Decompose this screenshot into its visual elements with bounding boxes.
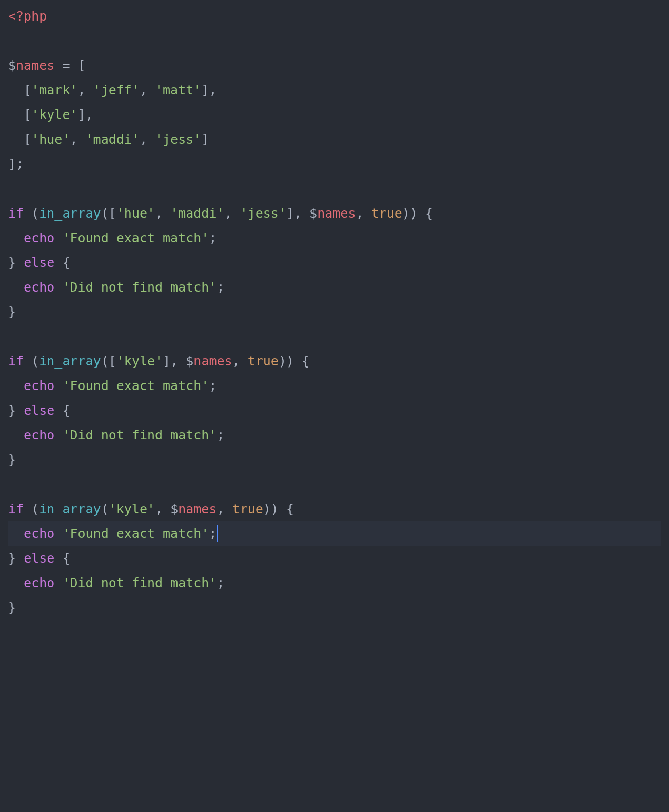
code-line: echo 'Found exact match'; <box>8 374 661 398</box>
string-literal: 'kyle' <box>31 107 77 122</box>
code-editor[interactable]: <?php $names = [ ['mark', 'jeff', 'matt'… <box>8 4 661 620</box>
code-line: echo 'Did not find match'; <box>8 423 661 448</box>
keyword-else: else <box>24 255 54 270</box>
code-line: ]; <box>8 152 661 177</box>
string-literal: 'matt' <box>155 83 201 98</box>
code-line: echo 'Did not find match'; <box>8 571 661 595</box>
keyword-true: true <box>371 206 402 221</box>
code-line: } <box>8 448 661 472</box>
string-literal: 'jeff' <box>93 83 140 98</box>
php-open-tag: <?php <box>8 9 47 24</box>
keyword-if: if <box>8 206 24 221</box>
code-line: } <box>8 595 661 620</box>
string-literal: 'hue' <box>31 132 70 147</box>
code-line-active: echo 'Found exact match'; <box>8 521 661 546</box>
code-line <box>8 29 661 53</box>
string-literal: 'jess' <box>155 132 201 147</box>
code-line: if (in_array(['kyle'], $names, true)) { <box>8 349 661 374</box>
code-line: } else { <box>8 398 661 423</box>
code-line: $names = [ <box>8 53 661 78</box>
code-line <box>8 324 661 349</box>
string-literal: 'mark' <box>31 83 77 98</box>
string-literal: 'Did not find match' <box>62 280 217 295</box>
code-line: if (in_array('kyle', $names, true)) { <box>8 497 661 521</box>
code-line: if (in_array(['hue', 'maddi', 'jess'], $… <box>8 201 661 226</box>
keyword-echo: echo <box>24 230 54 245</box>
code-line: echo 'Did not find match'; <box>8 275 661 300</box>
string-literal: 'Found exact match' <box>62 230 209 245</box>
code-line: } else { <box>8 546 661 571</box>
code-line <box>8 472 661 497</box>
code-line: } <box>8 300 661 324</box>
string-literal: 'maddi' <box>86 132 140 147</box>
code-line: echo 'Found exact match'; <box>8 226 661 250</box>
code-line: <?php <box>8 4 661 29</box>
code-line: ['kyle'], <box>8 103 661 127</box>
code-line: } else { <box>8 250 661 275</box>
text-cursor <box>217 525 218 542</box>
code-line <box>8 177 661 201</box>
code-line: ['hue', 'maddi', 'jess'] <box>8 127 661 152</box>
variable-names: names <box>16 58 54 73</box>
function-in-array: in_array <box>39 206 101 221</box>
code-line: ['mark', 'jeff', 'matt'], <box>8 78 661 103</box>
